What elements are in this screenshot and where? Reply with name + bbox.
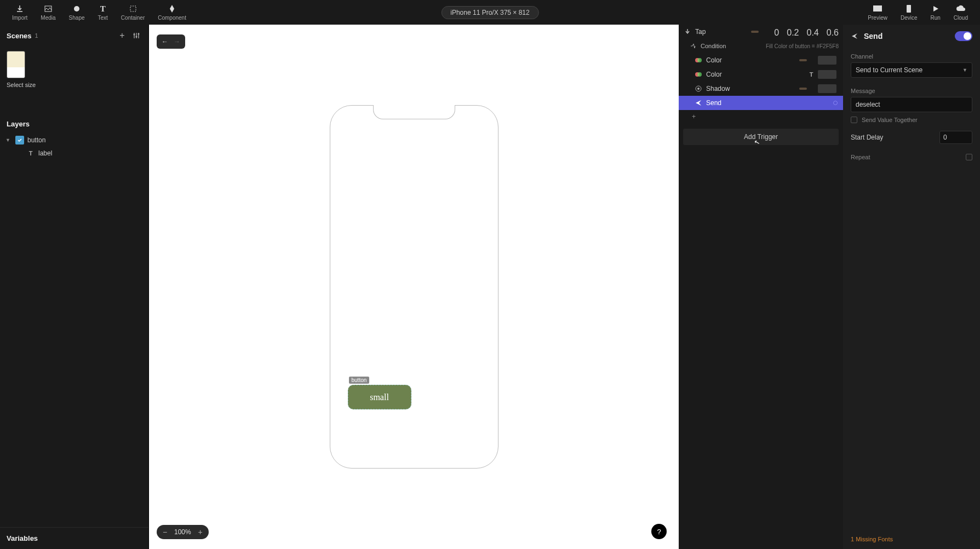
add-action-label: + (692, 113, 696, 120)
preview-tool[interactable]: Preview (861, 2, 894, 23)
scenes-title: Scenes (7, 32, 32, 40)
text-tool[interactable]: T Text (91, 2, 114, 23)
repeat-checkbox-icon (966, 154, 972, 160)
add-trigger-button[interactable]: Add Trigger ↖ (683, 129, 839, 145)
add-scene-button[interactable]: + (117, 30, 128, 41)
container-label: Container (121, 15, 145, 21)
scene-thumbnail[interactable] (7, 51, 25, 78)
trigger-color1-label: Color (706, 56, 799, 64)
zoom-in-button[interactable]: + (196, 527, 205, 537)
device-notch (373, 105, 455, 119)
svg-rect-2 (130, 6, 136, 11)
layer-label-label: label (38, 149, 52, 157)
trigger-tap-label: Tap (695, 28, 751, 36)
trigger-condition-label: Condition (701, 43, 726, 49)
trigger-send-label: Send (706, 99, 839, 107)
color2-swatch[interactable] (818, 70, 836, 79)
color-icon (694, 70, 703, 79)
trigger-color2-label: Color (706, 71, 807, 78)
run-label: Run (931, 15, 941, 21)
nav-forward-button[interactable]: → (171, 37, 183, 47)
text-icon: T (100, 4, 106, 14)
color1-swatch[interactable] (818, 56, 836, 65)
svg-rect-3 (873, 5, 882, 11)
channel-label: Channel (851, 53, 972, 60)
zoom-value: 100% (170, 528, 196, 536)
media-tool[interactable]: Media (34, 2, 62, 23)
component-icon (168, 4, 176, 14)
left-panel: Scenes 1 + Select size Layers ▼ button T… (0, 25, 149, 549)
add-trigger-label: Add Trigger (744, 133, 778, 141)
trigger-add-action[interactable]: + (679, 110, 843, 123)
nav-back-button[interactable]: ← (159, 37, 171, 47)
inspector-panel: Send Channel Send to Current Scene ▼ Mes… (843, 25, 980, 549)
import-tool[interactable]: Import (5, 2, 34, 23)
container-tool[interactable]: Container (114, 2, 151, 23)
shape-label: Shape (69, 15, 85, 21)
toolbar-left: Import Media Shape T Text Container Comp… (5, 2, 193, 23)
trigger-color-2[interactable]: Color T (679, 67, 843, 82)
svg-point-9 (697, 58, 702, 62)
layers-title: Layers (0, 114, 148, 134)
run-icon (932, 4, 939, 14)
text-glyph-icon: T (807, 71, 816, 78)
svg-point-1 (74, 6, 79, 11)
triggers-panel: Tap 0 0.2 0.4 0.6 Condition Fill Color o… (679, 25, 843, 549)
svg-point-6 (136, 36, 137, 38)
missing-fonts-warning[interactable]: 1 Missing Fonts (851, 536, 972, 542)
layer-caret-icon[interactable]: ▼ (5, 137, 12, 143)
cloud-tool[interactable]: Cloud (947, 2, 975, 23)
preview-icon (873, 4, 882, 14)
scene-caption: Select size (7, 82, 142, 88)
component-tag[interactable]: button (349, 377, 370, 384)
layer-button[interactable]: ▼ button (0, 134, 148, 147)
send-value-together-checkbox[interactable]: Send Value Together (851, 117, 972, 123)
trigger-tap-bar (751, 31, 759, 33)
layer-label[interactable]: T label (0, 147, 148, 160)
container-icon (129, 4, 137, 14)
svg-point-11 (697, 72, 702, 77)
repeat-row[interactable]: Repeat (851, 154, 972, 160)
color-icon (694, 56, 703, 65)
scenes-count: 1 (35, 32, 38, 39)
shadow-swatch[interactable] (818, 84, 836, 93)
trigger-shadow-label: Shadow (706, 85, 799, 93)
tick-0: 0 (774, 28, 779, 38)
channel-value: Send to Current Scene (856, 66, 922, 74)
chevron-down-icon: ▼ (962, 67, 967, 73)
canvas[interactable]: ← → button small − 100% + ? (149, 25, 679, 549)
shape-tool[interactable]: Shape (62, 2, 91, 23)
device-label: Device (901, 15, 918, 21)
run-tool[interactable]: Run (924, 2, 947, 23)
variables-title[interactable]: Variables (0, 527, 148, 549)
button-layer-icon (15, 136, 24, 145)
toolbar-right: Preview Device Run Cloud (861, 2, 975, 23)
canvas-button-element[interactable]: small (348, 385, 411, 409)
trigger-shadow[interactable]: Shadow (679, 82, 843, 96)
trigger-condition[interactable]: Condition Fill Color of button = #F2F5F8 (679, 39, 843, 53)
svg-point-7 (138, 33, 140, 35)
trigger-color-1[interactable]: Color (679, 53, 843, 67)
help-button[interactable]: ? (651, 524, 667, 539)
component-tool[interactable]: Component (151, 2, 193, 23)
trigger-tap[interactable]: Tap (679, 25, 774, 39)
shadow-icon (694, 84, 703, 93)
zoom-out-button[interactable]: − (160, 527, 170, 537)
svg-rect-4 (907, 5, 911, 13)
nav-arrows: ← → (157, 34, 185, 49)
tick-1: 0.2 (787, 28, 799, 38)
device-tool[interactable]: Device (894, 2, 924, 23)
svg-point-13 (697, 88, 700, 90)
trigger-send[interactable]: Send (679, 96, 843, 110)
start-delay-input[interactable]: 0 (939, 131, 972, 144)
svg-point-5 (134, 34, 135, 36)
enable-toggle[interactable] (955, 31, 972, 41)
channel-select[interactable]: Send to Current Scene ▼ (851, 62, 972, 78)
send-value-together-label: Send Value Together (862, 117, 918, 123)
message-input[interactable]: deselect (851, 97, 972, 112)
device-indicator[interactable]: iPhone 11 Pro/X 375 × 812 (441, 6, 538, 19)
scene-settings-button[interactable] (131, 30, 142, 41)
toolbar: Import Media Shape T Text Container Comp… (0, 0, 980, 25)
timeline-ticks: 0 0.2 0.4 0.6 (774, 25, 843, 38)
zoom-control: − 100% + (157, 525, 209, 539)
